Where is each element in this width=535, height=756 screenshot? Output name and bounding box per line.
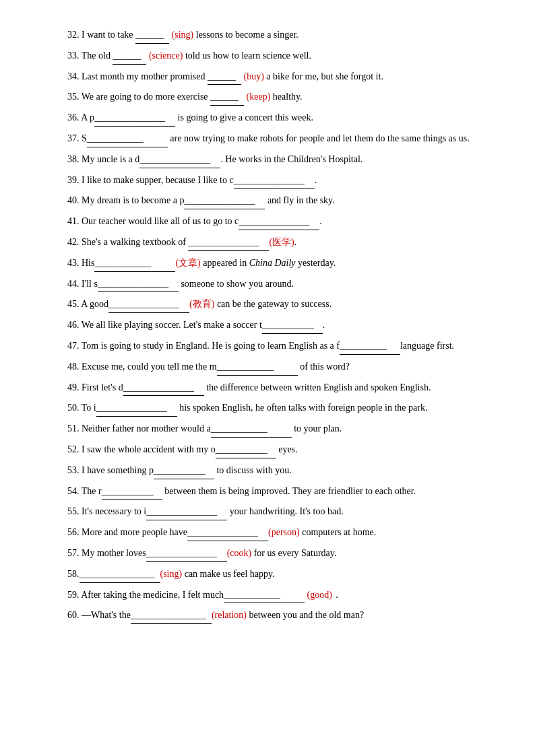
- ex59-blank: ____________: [224, 587, 305, 604]
- ex42-text: 42. She's a walking textbook of: [67, 237, 188, 247]
- exercise-60: 60. —What's the________________(relation…: [67, 607, 481, 624]
- ex55-rest: your handwriting. It's too bad.: [227, 506, 343, 516]
- ex33-rest: told us how to learn science well.: [183, 50, 311, 61]
- ex32-hint: (sing): [169, 30, 193, 40]
- ex43-rest: appeared in: [201, 258, 249, 268]
- ex57-rest: for us every Saturday.: [251, 548, 336, 558]
- page: 32. I want to take ______ (sing) lessons…: [0, 0, 535, 756]
- ex32-rest: lessons to become a singer.: [193, 30, 298, 40]
- exercise-33: 33. The old ______ (science) told us how…: [67, 48, 481, 65]
- ex59-rest: ．: [332, 590, 342, 600]
- ex44-rest: someone to show you around.: [179, 279, 294, 289]
- ex55-text: 55. It's necessary to i: [67, 506, 146, 516]
- ex53-text: 53. I have something p: [67, 465, 154, 475]
- ex56-text: 56. More and more people have: [67, 527, 187, 537]
- exercise-34: 34. Last month my mother promised ______…: [67, 69, 481, 85]
- ex53-rest: to discuss with you.: [214, 465, 292, 475]
- ex56-hint: (person): [268, 527, 300, 537]
- ex59-hint: (good): [305, 590, 332, 600]
- ex43-text: 43. His: [67, 258, 94, 268]
- ex57-blank: _______________: [146, 545, 227, 562]
- ex59-text: 59. After taking the medicine, I felt mu…: [67, 590, 224, 600]
- ex44-text: 44. I'll s: [67, 279, 98, 289]
- ex60-hint: (relation): [212, 610, 247, 620]
- ex40-blank: _______________: [184, 193, 265, 209]
- ex51-blank: ____________: [211, 421, 292, 438]
- ex49-text: 49. First let's d: [67, 382, 123, 392]
- ex52-rest: eyes.: [276, 444, 298, 454]
- ex58-hint: (sing): [160, 569, 183, 579]
- exercise-55: 55. It's necessary to i_______________ y…: [67, 504, 481, 520]
- ex58-blank: ________________: [80, 566, 160, 583]
- ex55-blank: _______________: [146, 504, 227, 520]
- exercise-43: 43. His____________(文章) appeared in Chin…: [67, 255, 481, 272]
- ex49-rest: the difference between written English a…: [204, 382, 431, 392]
- ex36-rest: is going to give a concert this week.: [175, 112, 313, 123]
- ex33-blank: ______: [113, 48, 146, 65]
- ex46-rest: .: [323, 320, 325, 330]
- ex54-text: 54. The r: [67, 486, 102, 496]
- ex48-text: 48. Excuse me, could you tell me the m: [67, 362, 217, 372]
- ex46-blank: ___________: [262, 317, 323, 334]
- ex51-rest: to your plan.: [292, 423, 342, 434]
- ex34-blank: ______: [208, 69, 241, 85]
- ex43-hint: (文章): [175, 258, 200, 268]
- ex42-blank: _______________: [188, 234, 269, 251]
- ex47-text: 47. Tom is going to study in England. He…: [67, 341, 340, 351]
- ex60-rest: between you and the old man?: [247, 610, 364, 620]
- exercise-58: 58.________________(sing) can make us fe…: [67, 566, 481, 583]
- ex54-blank: ___________: [102, 483, 162, 500]
- ex45-text: 45. A good: [67, 299, 108, 309]
- ex40-text: 40. My dream is to become a p: [67, 195, 184, 205]
- ex45-rest: can be the gateway to success.: [214, 299, 332, 309]
- exercise-48: 48. Excuse me, could you tell me the m__…: [67, 359, 481, 376]
- ex56-blank: _______________: [187, 524, 268, 541]
- ex37-text: 37. S: [67, 133, 87, 143]
- ex38-blank: _______________: [139, 151, 220, 168]
- ex48-blank: ____________: [217, 359, 298, 376]
- ex39-blank: _______________: [234, 172, 315, 189]
- ex34-rest: a bike for me, but she forgot it.: [264, 71, 383, 81]
- ex42-hint: (医学): [269, 237, 294, 247]
- ex46-text: 46. We all like playing soccer. Let's ma…: [67, 320, 262, 330]
- ex35-rest: healthy.: [270, 92, 302, 102]
- exercise-38: 38. My uncle is a d_______________. He w…: [67, 151, 481, 168]
- ex48-rest: of this word?: [298, 362, 350, 372]
- exercise-39: 39. I like to make supper, because I lik…: [67, 172, 481, 189]
- ex52-text: 52. I saw the whole accident with my o: [67, 444, 216, 454]
- exercise-52: 52. I saw the whole accident with my o__…: [67, 442, 481, 458]
- ex37-blank: ____________: [87, 131, 168, 147]
- ex50-text: 50. To i: [67, 403, 96, 413]
- ex43-blank: ____________: [94, 255, 175, 272]
- ex58-rest: can make us feel happy.: [182, 569, 274, 579]
- ex39-rest: .: [315, 175, 317, 185]
- ex45-blank: _______________: [108, 296, 189, 313]
- ex37-rest: are now trying to make robots for people…: [168, 133, 470, 143]
- exercise-51: 51. Neither father nor mother would a___…: [67, 421, 481, 438]
- exercise-59: 59. After taking the medicine, I felt mu…: [67, 587, 481, 604]
- exercise-49: 49. First let's d_______________ the dif…: [67, 380, 481, 397]
- ex41-blank: _______________: [239, 213, 319, 230]
- exercise-42: 42. She's a walking textbook of ________…: [67, 234, 481, 251]
- ex33-hint: (science): [146, 50, 183, 61]
- exercise-53: 53. I have something p___________ to dis…: [67, 462, 481, 479]
- ex43-yesterday: yesterday.: [296, 258, 336, 268]
- ex47-rest: language first.: [400, 341, 454, 351]
- ex36-blank: _______________: [94, 110, 175, 127]
- ex54-rest: between them is being improved. They are…: [162, 486, 416, 496]
- ex35-hint: (keep): [244, 92, 270, 102]
- ex34-text: 34. Last month my mother promised: [67, 71, 208, 81]
- exercise-56: 56. More and more people have___________…: [67, 524, 481, 541]
- ex36-text: 36. A p: [67, 112, 94, 123]
- ex32-blank: ______: [135, 27, 169, 44]
- exercise-45: 45. A good_______________(教育) can be the…: [67, 296, 481, 313]
- exercise-47: 47. Tom is going to study in England. He…: [67, 338, 481, 355]
- ex50-blank: _______________: [96, 400, 177, 417]
- exercise-57: 57. My mother loves_______________(cook)…: [67, 545, 481, 562]
- ex35-text: 35. We are going to do more exercise: [67, 92, 210, 102]
- exercise-40: 40. My dream is to become a p___________…: [67, 193, 481, 209]
- ex38-text: 38. My uncle is a d: [67, 154, 139, 164]
- ex43-china-daily: China Daily: [249, 258, 296, 268]
- ex53-blank: ___________: [154, 462, 214, 479]
- ex42-rest: .: [294, 237, 297, 247]
